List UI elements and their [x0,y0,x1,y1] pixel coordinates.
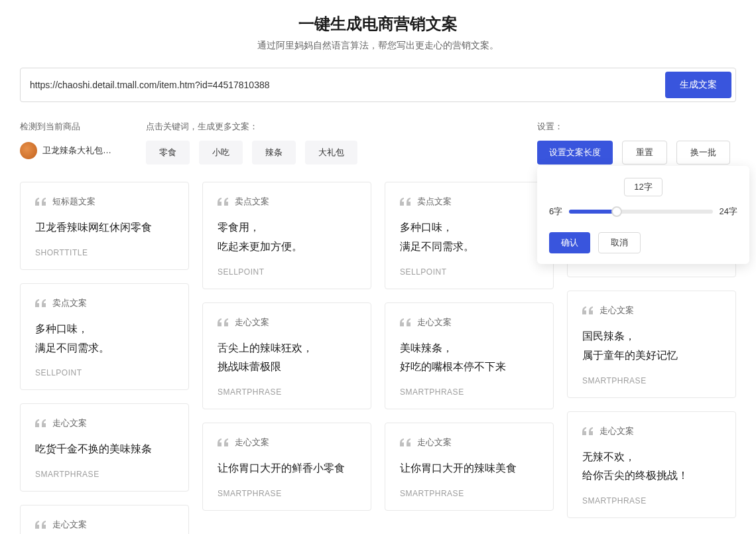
card-header: 短标题文案 [35,196,174,208]
quote-icon [218,318,228,326]
detected-label: 检测到当前商品 [20,121,119,133]
slider-thumb[interactable] [611,206,622,217]
keyword-tag[interactable]: 大礼包 [305,141,357,165]
card-header: 走心文案 [400,436,538,448]
card-body-text: 多种口味， 满足不同需求。 [400,218,538,257]
copy-card[interactable]: 走心文案舌尖上的辣味狂欢， 挑战味蕾极限SMARTPHRASE [202,302,371,410]
url-input-bar: 生成文案 [20,68,736,102]
card-tag: SMARTPHRASE [218,489,356,498]
copy-card[interactable]: 走心文案无辣不欢， 给你舌尖的终极挑战！SMARTPHRASE [567,411,736,519]
copy-card[interactable]: 走心文案国民辣条， 属于童年的美好记忆SMARTPHRASE [567,291,736,398]
card-column: 卖点文案零食用， 吃起来更加方便。SELLPOINT走心文案舌尖上的辣味狂欢， … [202,182,371,511]
card-type-label: 短标题文案 [52,196,95,208]
copy-card[interactable]: 走心文案吃货千金不换的美味辣条SMARTPHRASE [20,403,189,492]
settings-section: 设置： 设置文案长度 重置 换一批 12字 6字 24字 [537,121,736,165]
card-tag: SMARTPHRASE [218,387,356,397]
card-tag: SMARTPHRASE [400,387,538,397]
keyword-tag[interactable]: 小吃 [199,141,243,165]
copy-card[interactable]: 短标题文案卫龙香辣味网红休闲零食SHORTTITLE [20,182,189,270]
card-type-label: 走心文案 [417,436,452,448]
quote-icon [582,427,593,435]
quote-icon [35,419,46,427]
quote-icon [400,438,410,446]
card-header: 走心文案 [218,316,356,328]
card-body-text: 零食用， 吃起来更加方便。 [218,218,356,257]
slider-max-label: 24字 [720,206,737,218]
length-slider[interactable] [569,210,712,214]
keyword-tag[interactable]: 辣条 [252,141,296,165]
card-tag: SELLPOINT [218,267,356,277]
card-header: 走心文案 [218,436,356,448]
card-type-label: 走心文案 [599,304,634,316]
keywords-label: 点击关键词，生成更多文案： [146,121,511,133]
generate-button[interactable]: 生成文案 [665,72,731,98]
keyword-tag[interactable]: 零食 [146,141,190,165]
keywords-section: 点击关键词，生成更多文案： 零食 小吃 辣条 大礼包 [146,121,511,165]
quote-icon [218,438,228,446]
reset-button[interactable]: 重置 [622,141,667,165]
length-popover: 12字 6字 24字 确认 取消 [537,166,749,264]
quote-icon [582,306,593,314]
quote-icon [35,299,46,307]
slider-min-label: 6字 [549,206,562,218]
card-header: 卖点文案 [400,196,538,208]
url-input[interactable] [21,72,665,98]
card-body-text: 让你胃口大开的鲜香小零食 [218,459,356,478]
copy-card[interactable]: 走心文案让你胃口大开的鲜香小零食SMARTPHRASE [202,423,371,511]
card-type-label: 卖点文案 [235,196,269,208]
card-body-text: 无辣不欢， 给你舌尖的终极挑战！ [582,448,721,486]
quote-icon [35,521,46,529]
card-body-text: 多种口味， 满足不同需求。 [35,320,174,358]
page-header: 一键生成电商营销文案 通过阿里妈妈自然语言算法，帮您写出更走心的营销文案。 [20,13,736,52]
slider-value-badge: 12字 [624,178,662,196]
card-tag: SMARTPHRASE [582,496,721,505]
card-header: 走心文案 [582,425,721,437]
popover-cancel-button[interactable]: 取消 [598,232,641,253]
page-subtitle: 通过阿里妈妈自然语言算法，帮您写出更走心的营销文案。 [20,40,736,52]
card-header: 卖点文案 [218,196,356,208]
card-type-label: 走心文案 [52,519,87,531]
card-type-label: 走心文案 [52,417,87,429]
card-type-label: 走心文案 [235,436,269,448]
copy-card[interactable]: 走心文案让你胃口大开的辣味美食SMARTPHRASE [385,423,554,511]
copy-card[interactable]: 卖点文案多种口味， 满足不同需求。SELLPOINT [20,283,189,391]
card-body-text: 美味辣条， 好吃的嘴根本停不下来 [400,339,538,377]
card-body-text: 卫龙香辣味网红休闲零食 [35,218,174,237]
card-column: 短标题文案卫龙香辣味网红休闲零食SHORTTITLE卖点文案多种口味， 满足不同… [20,182,189,534]
quote-icon [35,198,46,206]
card-tag: SHORTTITLE [35,248,174,257]
card-body-text: 舌尖上的辣味狂欢， 挑战味蕾极限 [218,339,356,377]
card-column: 卖点文案多种口味， 满足不同需求。SELLPOINT走心文案美味辣条， 好吃的嘴… [385,182,554,511]
card-type-label: 卖点文案 [417,196,452,208]
card-tag: SMARTPHRASE [400,489,538,498]
quote-icon [400,318,410,326]
settings-label: 设置： [537,121,563,133]
card-tag: SELLPOINT [35,368,174,377]
card-header: 走心文案 [35,417,174,429]
copy-card[interactable]: 走心文案美味辣条， 好吃的嘴根本停不下来SMARTPHRASE [385,302,554,410]
popover-confirm-button[interactable]: 确认 [549,232,590,253]
slider-fill [569,210,616,214]
card-header: 卖点文案 [35,297,174,309]
card-header: 走心文案 [400,316,538,328]
shuffle-button[interactable]: 换一批 [676,141,730,165]
card-tag: SMARTPHRASE [35,470,174,479]
card-type-label: 走心文案 [235,316,269,328]
product-row[interactable]: 卫龙辣条大礼包小... [20,142,119,159]
card-header: 走心文案 [35,519,174,531]
copy-card[interactable]: 卖点文案多种口味， 满足不同需求。SELLPOINT [385,182,554,289]
card-tag: SELLPOINT [400,267,538,277]
quote-icon [218,198,228,206]
card-type-label: 走心文案 [599,425,634,437]
card-body-text: 国民辣条， 属于童年的美好记忆 [582,327,721,366]
card-type-label: 卖点文案 [52,297,87,309]
card-body-text: 吃货千金不换的美味辣条 [35,440,174,459]
product-name: 卫龙辣条大礼包小... [42,145,115,157]
product-thumbnail [20,142,37,159]
copy-card[interactable]: 卖点文案零食用， 吃起来更加方便。SELLPOINT [202,182,371,289]
card-header: 走心文案 [582,304,721,316]
copy-card[interactable]: 走心文案 [20,505,189,534]
page-title: 一键生成电商营销文案 [20,13,736,34]
set-length-button[interactable]: 设置文案长度 [537,141,613,165]
detected-product-section: 检测到当前商品 卫龙辣条大礼包小... [20,121,119,159]
